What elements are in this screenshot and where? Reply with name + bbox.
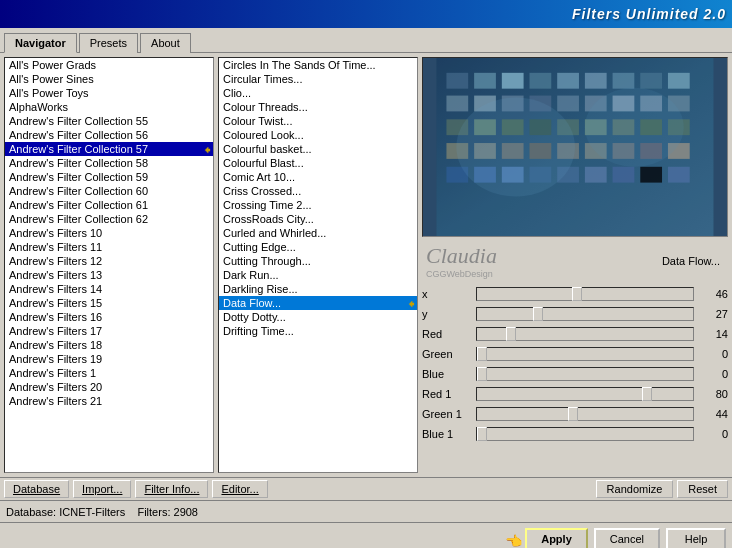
middle-list-item[interactable]: Comic Art 10... xyxy=(219,170,417,184)
param-label: y xyxy=(422,308,472,320)
left-list-item[interactable]: Andrew's Filter Collection 59 xyxy=(5,170,213,184)
param-label: Red 1 xyxy=(422,388,472,400)
left-list-item[interactable]: Andrew's Filter Collection 56 xyxy=(5,128,213,142)
toolbar: Database Import... Filter Info... Editor… xyxy=(0,477,732,500)
param-slider[interactable] xyxy=(476,287,694,301)
middle-list-item[interactable]: Cutting Edge... xyxy=(219,240,417,254)
database-value: ICNET-Filters xyxy=(59,506,125,518)
left-list-item[interactable]: Andrew's Filters 11 xyxy=(5,240,213,254)
middle-list-item[interactable]: Criss Crossed... xyxy=(219,184,417,198)
left-list-item[interactable]: Andrew's Filters 13 xyxy=(5,268,213,282)
param-value: 46 xyxy=(698,288,728,300)
left-list-item[interactable]: Andrew's Filters 21 xyxy=(5,394,213,408)
left-list-item[interactable]: All's Power Toys xyxy=(5,86,213,100)
left-list-item[interactable]: Andrew's Filters 19 xyxy=(5,352,213,366)
middle-list-item[interactable]: Drifting Time... xyxy=(219,324,417,338)
param-label: Green 1 xyxy=(422,408,472,420)
param-value: 14 xyxy=(698,328,728,340)
param-row: Blue0 xyxy=(422,365,728,383)
left-list-item[interactable]: Andrew's Filter Collection 61 xyxy=(5,198,213,212)
param-row: Green0 xyxy=(422,345,728,363)
param-slider[interactable] xyxy=(476,387,694,401)
left-list-item[interactable]: Andrew's Filter Collection 58 xyxy=(5,156,213,170)
svg-point-47 xyxy=(456,98,575,197)
param-label: Blue xyxy=(422,368,472,380)
help-button[interactable]: Help xyxy=(666,528,726,549)
param-value: 27 xyxy=(698,308,728,320)
left-list-item[interactable]: Andrew's Filters 14 xyxy=(5,282,213,296)
import-button[interactable]: Import... xyxy=(73,480,131,498)
editor-button[interactable]: Editor... xyxy=(212,480,267,498)
middle-list-item[interactable]: Data Flow...🠸 xyxy=(219,296,417,310)
tab-presets[interactable]: Presets xyxy=(79,33,138,53)
filter-effect-list[interactable]: Circles In The Sands Of Time...Circular … xyxy=(218,57,418,473)
left-list-item[interactable]: Andrew's Filter Collection 60 xyxy=(5,184,213,198)
param-row: Red14 xyxy=(422,325,728,343)
param-slider[interactable] xyxy=(476,307,694,321)
database-button[interactable]: Database xyxy=(4,480,69,498)
middle-list-item[interactable]: Dark Run... xyxy=(219,268,417,282)
left-list-item[interactable]: All's Power Sines xyxy=(5,72,213,86)
middle-list-item[interactable]: Circles In The Sands Of Time... xyxy=(219,58,417,72)
tab-about[interactable]: About xyxy=(140,33,191,53)
middle-list-item[interactable]: Coloured Look... xyxy=(219,128,417,142)
param-slider[interactable] xyxy=(476,407,694,421)
left-list-item[interactable]: Andrew's Filter Collection 55 xyxy=(5,114,213,128)
param-slider[interactable] xyxy=(476,327,694,341)
cancel-button[interactable]: Cancel xyxy=(594,528,660,549)
middle-list-item[interactable]: Colourful Blast... xyxy=(219,156,417,170)
middle-list-item[interactable]: Circular Times... xyxy=(219,72,417,86)
tab-bar: Navigator Presets About xyxy=(0,28,732,53)
left-list-item[interactable]: AlphaWorks xyxy=(5,100,213,114)
reset-button[interactable]: Reset xyxy=(677,480,728,498)
filters-value: 2908 xyxy=(174,506,198,518)
filters-label: Filters: xyxy=(137,506,170,518)
middle-list-item[interactable]: Dotty Dotty... xyxy=(219,310,417,324)
randomize-button[interactable]: Randomize xyxy=(596,480,674,498)
param-value: 0 xyxy=(698,368,728,380)
middle-list-item[interactable]: Colourful basket... xyxy=(219,142,417,156)
middle-list-item[interactable]: Colour Threads... xyxy=(219,100,417,114)
watermark-area: Claudia CGGWebDesign Data Flow... xyxy=(422,241,728,281)
left-list-item[interactable]: Andrew's Filters 17 xyxy=(5,324,213,338)
param-slider[interactable] xyxy=(476,347,694,361)
left-list-item[interactable]: Andrew's Filter Collection 62 xyxy=(5,212,213,226)
left-list-item[interactable]: Andrew's Filters 15 xyxy=(5,296,213,310)
tab-navigator[interactable]: Navigator xyxy=(4,33,77,53)
status-bar: Database: ICNET-Filters Filters: 2908 xyxy=(0,500,732,522)
param-row: Red 180 xyxy=(422,385,728,403)
left-list-item[interactable]: Andrew's Filters 10 xyxy=(5,226,213,240)
param-label: Green xyxy=(422,348,472,360)
svg-point-48 xyxy=(585,88,684,167)
middle-list-item[interactable]: Crossing Time 2... xyxy=(219,198,417,212)
param-row: x46 xyxy=(422,285,728,303)
right-panel: Claudia CGGWebDesign Data Flow... x46y27… xyxy=(422,57,728,473)
main-content: All's Power GradsAll's Power SinesAll's … xyxy=(0,53,732,477)
apply-button[interactable]: Apply xyxy=(525,528,588,549)
middle-list-item[interactable]: Colour Twist... xyxy=(219,114,417,128)
param-row: Blue 10 xyxy=(422,425,728,443)
middle-list-item[interactable]: Curled and Whirled... xyxy=(219,226,417,240)
status-info: Database: ICNET-Filters Filters: 2908 xyxy=(6,506,726,518)
filter-collection-list[interactable]: All's Power GradsAll's Power SinesAll's … xyxy=(4,57,214,473)
title-bar: Filters Unlimited 2.0 xyxy=(0,0,732,28)
filter-info-button[interactable]: Filter Info... xyxy=(135,480,208,498)
param-row: Green 144 xyxy=(422,405,728,423)
left-list-item[interactable]: Andrew's Filters 20 xyxy=(5,380,213,394)
middle-list-item[interactable]: CrossRoads City... xyxy=(219,212,417,226)
params-area: x46y27Red14Green0Blue0Red 180Green 144Bl… xyxy=(422,285,728,473)
left-list-item[interactable]: Andrew's Filter Collection 57🠸 xyxy=(5,142,213,156)
left-list-item[interactable]: Andrew's Filters 12 xyxy=(5,254,213,268)
middle-list-item[interactable]: Cutting Through... xyxy=(219,254,417,268)
left-list-item[interactable]: Andrew's Filters 1 xyxy=(5,366,213,380)
bottom-bar: Apply Cancel Help xyxy=(0,522,732,548)
left-list-item[interactable]: Andrew's Filters 16 xyxy=(5,310,213,324)
param-label: x xyxy=(422,288,472,300)
param-slider[interactable] xyxy=(476,367,694,381)
param-slider[interactable] xyxy=(476,427,694,441)
param-value: 0 xyxy=(698,428,728,440)
middle-list-item[interactable]: Clio... xyxy=(219,86,417,100)
left-list-item[interactable]: All's Power Grads xyxy=(5,58,213,72)
left-list-item[interactable]: Andrew's Filters 18 xyxy=(5,338,213,352)
middle-list-item[interactable]: Darkling Rise... xyxy=(219,282,417,296)
